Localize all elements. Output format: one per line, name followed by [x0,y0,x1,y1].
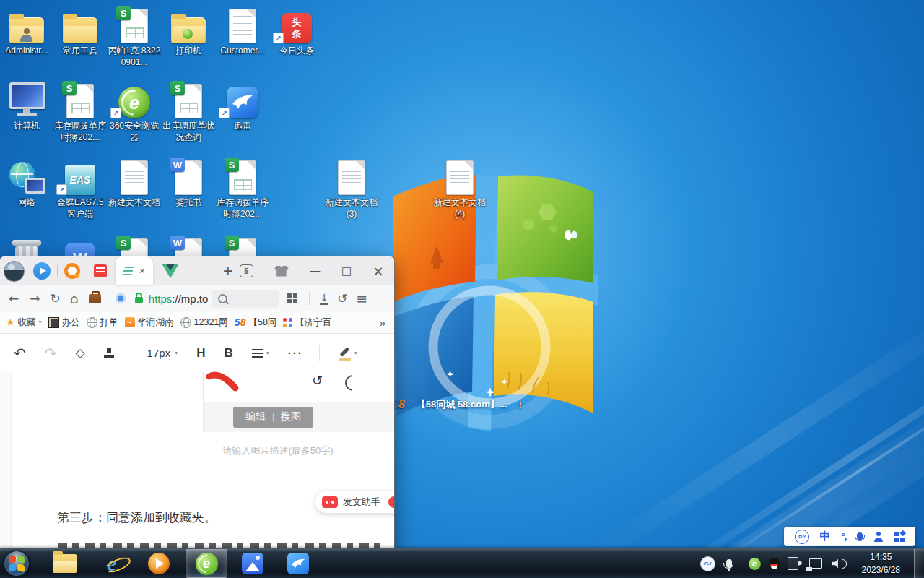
new-tab-button[interactable]: + [223,263,232,280]
image-caption-placeholder[interactable]: 请输入图片描述(最多50字) [203,444,353,457]
button-divider: | [272,412,274,422]
publish-assistant-pill[interactable]: 发文助手 [315,491,394,513]
inserted-image-block[interactable]: ↺ 编辑 | 搜图 [203,372,394,432]
desktop-icon-wps-doc-weituoshu[interactable]: W 委托书 [162,158,215,209]
user-avatar[interactable] [4,261,25,282]
toutiao-tab-favicon[interactable] [94,264,107,277]
desktop-icon-wps-sheet-binpa[interactable]: S 丙帕1克 83220901... [108,6,161,68]
desktop-icon-wps-sheet-kucun1[interactable]: S 库存调拨单序时簿202... [53,81,107,143]
taskbar-ie-button[interactable]: e [93,550,131,577]
telegram-tab-favicon[interactable] [33,262,51,280]
search-box[interactable] [212,290,279,308]
ifly-logo-icon[interactable]: iFLY [795,530,809,544]
desktop-icon-new-text-doc-4[interactable]: 新建文本文档 (4) [433,158,487,220]
desktop-icon-common-tools[interactable]: 常用工具 [53,6,107,57]
taskbar-clock[interactable]: 14:35 2023/6/28 [862,551,900,577]
history-undo-icon[interactable]: ↺ [337,293,347,305]
desktop-icon-customer-txt[interactable]: Customer... [216,6,269,57]
desktop-icon-new-text-doc[interactable]: 新建文本文档 [108,158,161,209]
back-button[interactable]: ← [9,293,19,305]
bookmark-huarun[interactable]: ~ 华润湖南 [125,316,174,329]
more-options-icon[interactable]: ··· [288,347,303,359]
desktop-icon-label: 委托书 [162,197,215,209]
reload-button[interactable]: ↻ [51,293,61,305]
tab-count-badge[interactable]: 5 [240,264,253,277]
show-desktop-button[interactable] [914,549,924,578]
desktop-icon-360-browser[interactable]: e↗ 360安全浏览器 [108,81,161,143]
highlighter-icon[interactable] [339,348,350,359]
bookmark-favorites[interactable]: ★ 收藏 ▾ [6,316,42,329]
image-redo-partial-icon[interactable] [345,375,361,391]
vue-tab-favicon[interactable] [162,264,179,278]
image-undo-icon[interactable]: ↺ [312,373,323,388]
desktop-icon-wps-sheet-chuku[interactable]: S 出库调度单状况查询 [162,81,215,143]
format-brush-icon[interactable] [104,348,115,358]
bold-button[interactable]: B [224,346,232,361]
image-edit-button[interactable]: 编辑 | 搜图 [233,407,313,428]
ssl-lock-icon[interactable] [135,297,143,303]
ime-punctuation-toggle[interactable]: °, [842,531,847,542]
theme-skin-icon[interactable] [274,266,289,277]
chevron-down-icon: ▾ [354,350,357,356]
ime-microphone-icon[interactable] [857,532,863,540]
globe-icon [87,317,97,328]
maximize-button[interactable]: □ [341,266,352,277]
desktop-icon-xunlei[interactable]: ↗ 迅雷 [216,81,269,132]
bookmark-jining[interactable]: 【济宁百 [283,316,331,329]
eraser-icon[interactable]: ◇ [76,347,85,359]
microphone-tray-icon[interactable] [726,559,732,568]
ime-menu-grid-icon[interactable] [894,532,905,542]
shortcut-arrow-icon: ↗ [273,33,284,43]
qq-tray-icon[interactable] [769,558,780,570]
address-url[interactable]: https://mp.to [149,293,209,305]
desktop-icon-printer-folder[interactable]: 打印机 [162,6,215,57]
bookmark-dadan[interactable]: 打单 [87,316,118,329]
redo-icon[interactable]: ↷ [45,346,57,361]
desktop-icon-wps-sheet-kucun2[interactable]: S 库存调拨单序时簿202... [216,158,269,220]
tab-close-icon[interactable]: × [139,266,145,276]
360-tray-icon[interactable]: e [749,558,761,570]
desktop-icon-computer[interactable]: 计算机 [0,81,53,132]
network-tray-icon[interactable] [809,558,822,569]
download-icon[interactable]: ↓ [320,293,328,305]
heading-button[interactable]: H [196,346,205,361]
bookmark-bangong[interactable]: 办公 [48,316,80,329]
ime-user-icon[interactable] [873,532,884,542]
desktop-icon-network[interactable]: 网络 [0,158,53,209]
clock-date: 2023/6/28 [862,564,900,577]
bookmark-favicon [48,317,59,328]
forward-button[interactable]: → [30,293,40,305]
briefcase-icon[interactable] [89,294,101,303]
taskbar-explorer-button[interactable] [46,550,84,577]
start-button[interactable] [4,551,30,577]
apps-grid-icon[interactable] [287,293,292,298]
volume-tray-icon[interactable] [832,559,847,569]
desktop-icon-administrator[interactable]: Administr... [0,6,53,57]
article-paragraph[interactable]: 第三步：同意添加到收藏夹。 [57,509,217,526]
ime-language-toggle[interactable]: 中 [820,530,831,543]
close-button[interactable]: × [372,264,384,278]
list-icon[interactable] [252,349,263,358]
360-browser-icon: e↗ [108,81,161,118]
site-info-icon[interactable] [116,293,126,303]
desktop-icon-toutiao[interactable]: 头条↗ 今日头条 [270,6,323,57]
taskbar-xunlei-button[interactable] [279,550,317,577]
bookmarks-overflow-icon[interactable]: » [380,316,388,329]
usb-eject-tray-icon[interactable] [788,557,798,570]
font-size-dropdown[interactable]: 17px ▾ [147,347,178,359]
ifly-tray-icon[interactable]: iFLY [700,556,715,571]
desktop-icon-kingdee-eas[interactable]: EAS↗ 金蝶EAS7.5客户端 [53,158,107,220]
undo-icon[interactable]: ↶ [14,346,26,361]
taskbar-media-player-button[interactable] [140,550,178,577]
home-button[interactable]: ⌂ [70,292,79,306]
desktop-icon-new-text-doc-3[interactable]: 新建文本文档 (3) [325,158,378,220]
bookmark-12321[interactable]: 12321网 [180,316,228,329]
minimize-button[interactable]: — [310,266,321,277]
menu-icon[interactable]: ≡ [356,292,367,306]
taskbar-360-browser-button-active[interactable]: e [186,549,227,578]
taskbar-photo-viewer-button[interactable] [234,550,271,577]
orange-o-tab-favicon[interactable] [64,263,80,279]
active-tab[interactable]: × [116,256,153,285]
ime-toolbar[interactable]: iFLY 中 °, [784,527,915,546]
bookmark-58[interactable]: 58 【58同 [235,316,277,329]
